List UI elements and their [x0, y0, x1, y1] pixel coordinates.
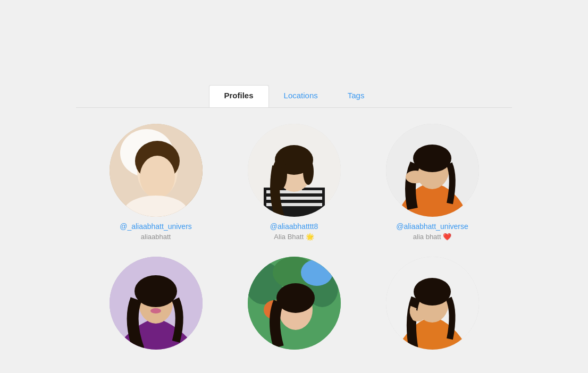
profile-card — [97, 257, 214, 357]
tabs-row: Profiles Locations Tags — [76, 85, 512, 107]
avatar[interactable] — [110, 124, 203, 217]
tab-tags[interactable]: Tags — [333, 86, 380, 107]
avatar[interactable] — [248, 257, 341, 350]
profile-username[interactable]: @aliaabhatttt8 — [270, 222, 318, 231]
avatar[interactable] — [110, 257, 203, 350]
svg-point-29 — [150, 308, 161, 313]
profiles-grid: @_aliaabhatt_univers aliaabhatt — [76, 108, 512, 373]
tab-profiles[interactable]: Profiles — [209, 85, 269, 107]
avatar[interactable] — [386, 124, 479, 217]
profile-display-name: aliaabhatt — [141, 233, 171, 241]
svg-point-23 — [406, 171, 425, 183]
profile-display-name: Alia Bhatt 🌟 — [274, 233, 314, 241]
profile-card: @aliaabhatttt8 Alia Bhatt 🌟 — [236, 124, 352, 241]
svg-point-5 — [140, 156, 175, 198]
svg-point-17 — [303, 158, 314, 185]
profile-username[interactable]: @aliaabhatt_universe — [396, 222, 468, 231]
profile-card — [236, 257, 352, 357]
svg-point-35 — [301, 259, 333, 286]
avatar[interactable] — [248, 124, 341, 217]
profile-card — [374, 257, 491, 357]
profile-card: @_aliaabhatt_univers aliaabhatt — [97, 124, 214, 241]
profile-display-name: alia bhatt ❤️ — [413, 233, 451, 241]
svg-point-38 — [276, 283, 315, 313]
avatar[interactable] — [386, 257, 479, 350]
tab-locations[interactable]: Locations — [269, 86, 333, 107]
profile-username[interactable]: @_aliaabhatt_univers — [120, 222, 192, 231]
page-container: Profiles Locations Tags — [0, 0, 588, 373]
tabs-container: Profiles Locations Tags — [76, 85, 512, 373]
profile-card: @aliaabhatt_universe alia bhatt ❤️ — [374, 124, 491, 241]
